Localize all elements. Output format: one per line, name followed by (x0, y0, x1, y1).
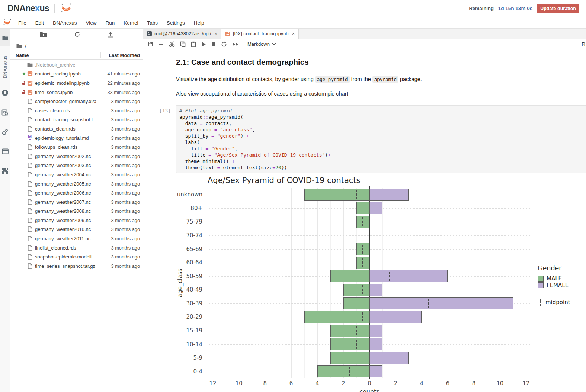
window-icon[interactable] (2, 148, 9, 156)
file-name[interactable]: germany_weather2006.nc (33, 190, 96, 196)
file-name[interactable]: germany_weather2002.nc (33, 154, 96, 159)
y-tick-label: 70-74 (186, 232, 202, 239)
property-inspector-icon[interactable] (1, 109, 9, 118)
file-name[interactable]: time_series.ipynb (33, 90, 96, 95)
cut-icon[interactable] (169, 41, 175, 47)
code-editor[interactable]: # Plot age pyrimidapyramid::age_pyramid(… (176, 105, 586, 173)
file-name[interactable]: contacts_clean.rds (33, 126, 96, 132)
cell-type-value[interactable]: Markdown (247, 41, 270, 47)
new-folder-icon[interactable] (40, 32, 47, 39)
file-name[interactable]: contact_tracing_snapshot.t... (33, 117, 96, 122)
cell-execution-prompt: [13]: (153, 108, 174, 113)
sidebar-tab-dnanexus-label[interactable]: DNAnexus (3, 55, 8, 78)
file-name[interactable]: germany_weather2003.nc (33, 163, 96, 168)
running-sessions-icon[interactable] (1, 89, 9, 98)
menu-item-view[interactable]: View (81, 17, 101, 28)
file-row[interactable]: time_series.ipynb33 minutes ago (10, 88, 143, 97)
file-row[interactable]: germany_weather2008.nc3 months ago (10, 207, 143, 216)
file-name[interactable]: contact_tracing.ipynb (33, 71, 96, 77)
breadcrumb[interactable]: / (10, 41, 143, 51)
stop-icon[interactable] (211, 42, 216, 46)
menu-item-edit[interactable]: Edit (31, 17, 48, 28)
file-name[interactable]: epidemic_modeling.ipynb (33, 80, 96, 86)
file-row[interactable]: contact_tracing_snapshot.t...3 months ag… (10, 115, 143, 125)
file-row[interactable]: germany_weather2004.nc3 months ago (10, 170, 143, 179)
file-name[interactable]: germany_weather2011.nc (33, 236, 96, 241)
file-row[interactable]: cases_clean.rds3 months ago (10, 106, 143, 115)
paste-icon[interactable] (191, 41, 196, 47)
breadcrumb-root[interactable]: / (25, 43, 26, 49)
file-row[interactable]: germany_weather2003.nc3 months ago (10, 161, 143, 170)
file-name[interactable]: .Notebook_archive (33, 62, 96, 68)
file-row[interactable]: campylobacter_germany.xlsx3 months ago (10, 97, 143, 106)
file-name[interactable]: epidemiology_tutorial.md (33, 135, 96, 141)
file-row[interactable]: contacts_clean.rds3 months ago (10, 124, 143, 134)
restart-run-all-icon[interactable] (232, 42, 238, 46)
file-modified: 3 months ago (96, 144, 143, 150)
folder-icon (2, 35, 8, 41)
menu-item-run[interactable]: Run (101, 17, 119, 28)
code-line: theme(text = element_text(size=20)) (179, 164, 586, 171)
menu-item-file[interactable]: File (14, 17, 31, 28)
tab-notebook[interactable]: [DX] contact_tracing.ipynb × (221, 29, 299, 39)
close-icon[interactable]: × (214, 31, 217, 36)
file-row[interactable]: germany_weather2005.nc3 months ago (10, 179, 143, 189)
column-header-modified[interactable]: Last Modified (100, 52, 143, 58)
column-header-name[interactable]: Name (10, 52, 100, 58)
file-name[interactable]: campylobacter_germany.xlsx (33, 99, 96, 104)
file-name[interactable]: snapshot-epidemic-modeli... (33, 254, 96, 260)
midpoint-marker (362, 285, 363, 294)
code-cell[interactable]: [13]: # Plot age pyrimidapyramid::age_py… (176, 105, 586, 173)
add-cell-icon[interactable] (158, 42, 164, 47)
tab-label[interactable]: root@7165438022ae: /opt/ (154, 31, 211, 36)
file-row[interactable]: epidemic_modeling.ipynb22 minutes ago (10, 78, 143, 88)
menu-item-settings[interactable]: Settings (162, 17, 189, 28)
file-row[interactable]: contact_tracing.ipynb41 minutes ago (10, 70, 143, 79)
file-name[interactable]: followups_clean.rds (33, 144, 96, 150)
close-icon[interactable]: × (292, 31, 295, 36)
menu-item-kernel[interactable]: Kernel (119, 17, 143, 28)
menu-item-tabs[interactable]: Tabs (143, 17, 162, 28)
file-row[interactable]: germany_weather2010.nc3 months ago (10, 225, 143, 234)
file-name[interactable]: germany_weather2009.nc (33, 218, 96, 223)
update-duration-button[interactable]: Update duration (537, 4, 579, 13)
file-row[interactable]: snapshot-epidemic-modeli...3 months ago (10, 252, 143, 261)
file-name[interactable]: germany_weather2007.nc (33, 199, 96, 205)
menu-item-help[interactable]: Help (189, 17, 209, 28)
file-name[interactable]: time_series_snapshot.tar.gz (33, 263, 96, 269)
refresh-icon[interactable] (74, 31, 80, 39)
file-row[interactable]: time_series_snapshot.tar.gz3 months ago (10, 261, 143, 271)
file-row[interactable]: germany_weather2009.nc3 months ago (10, 216, 143, 225)
tab-label[interactable]: [DX] contact_tracing.ipynb (233, 31, 288, 36)
run-icon[interactable] (201, 42, 206, 47)
file-row[interactable]: .Notebook_archive (10, 60, 143, 70)
file-row[interactable]: germany_weather2011.nc3 months ago (10, 234, 143, 243)
file-row[interactable]: germany_weather2006.nc3 months ago (10, 188, 143, 197)
file-row[interactable]: germany_weather2002.nc3 months ago (10, 152, 143, 161)
bar-female-10-14 (369, 338, 382, 350)
extensions-icon[interactable] (1, 167, 9, 176)
tab-terminal[interactable]: root@7165438022ae: /opt/ × (143, 29, 221, 39)
file-name[interactable]: linelist_cleaned.rds (33, 245, 96, 251)
file-row[interactable]: germany_weather2007.nc3 months ago (10, 197, 143, 207)
file-name[interactable]: germany_weather2004.nc (33, 172, 96, 177)
file-row[interactable]: linelist_cleaned.rds3 months ago (10, 243, 143, 253)
file-row[interactable]: followups_clean.rds3 months ago (10, 142, 143, 152)
file-name[interactable]: germany_weather2010.nc (33, 226, 96, 232)
copy-icon[interactable] (180, 41, 186, 47)
cell-type-dropdown[interactable]: Markdown (247, 41, 276, 47)
file-name[interactable]: germany_weather2005.nc (33, 181, 96, 187)
sidebar-tab-file-browser[interactable] (0, 29, 10, 46)
save-icon[interactable] (148, 41, 153, 47)
menu-item-dnanexus[interactable]: DNAnexus (48, 17, 81, 28)
upload-icon[interactable] (108, 31, 113, 39)
bar-male-0-4 (317, 365, 369, 377)
restart-kernel-icon[interactable] (221, 41, 227, 47)
gears-icon[interactable] (1, 129, 9, 137)
legend-item-midpoint: midpoint (538, 299, 570, 306)
file-name[interactable]: cases_clean.rds (33, 108, 96, 113)
file-name[interactable]: germany_weather2008.nc (33, 208, 96, 214)
file-row[interactable]: Mepidemiology_tutorial.md3 months ago (10, 134, 143, 143)
gridline (265, 188, 265, 378)
file-modified: 3 months ago (96, 245, 143, 251)
